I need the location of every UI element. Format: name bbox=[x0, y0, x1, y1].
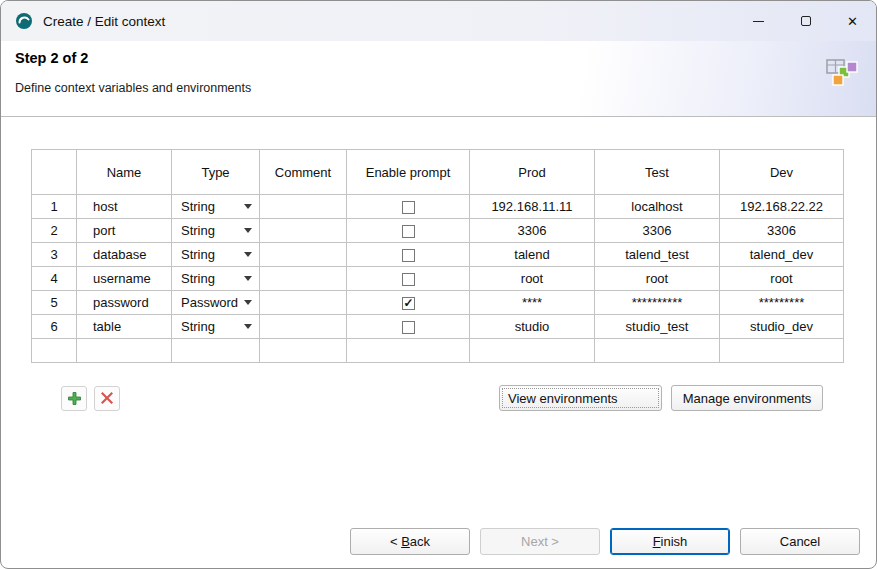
test-value-cell[interactable]: talend_test bbox=[595, 243, 720, 267]
next-button[interactable]: Next > bbox=[480, 528, 600, 555]
close-button[interactable]: ✕ bbox=[829, 1, 876, 41]
col-header-comment[interactable]: Comment bbox=[260, 150, 347, 195]
enable-prompt-cell[interactable] bbox=[347, 195, 470, 219]
dev-value-cell[interactable]: studio_dev bbox=[720, 315, 844, 339]
enable-prompt-checkbox[interactable] bbox=[402, 249, 415, 262]
prod-value-cell[interactable]: studio bbox=[470, 315, 595, 339]
dev-value-cell[interactable]: root bbox=[720, 267, 844, 291]
enable-prompt-cell[interactable] bbox=[347, 267, 470, 291]
variable-name-cell[interactable]: username bbox=[77, 267, 172, 291]
enable-prompt-checkbox[interactable] bbox=[402, 297, 415, 310]
type-dropdown[interactable]: String bbox=[172, 219, 259, 242]
row-number: 4 bbox=[50, 271, 57, 286]
col-header-type[interactable]: Type bbox=[172, 150, 260, 195]
test-value-cell[interactable]: root bbox=[595, 267, 720, 291]
comment-cell[interactable] bbox=[260, 315, 347, 339]
row-number-cell[interactable]: 1 bbox=[32, 195, 77, 219]
row-number-cell[interactable]: 4 bbox=[32, 267, 77, 291]
prod-value-cell[interactable]: talend bbox=[470, 243, 595, 267]
empty-cell[interactable] bbox=[470, 339, 595, 363]
type-cell[interactable]: String bbox=[172, 267, 260, 291]
type-cell[interactable]: String bbox=[172, 219, 260, 243]
prod-value-cell[interactable]: 192.168.11.11 bbox=[470, 195, 595, 219]
empty-cell[interactable] bbox=[32, 339, 77, 363]
variable-name-cell[interactable]: host bbox=[77, 195, 172, 219]
type-dropdown[interactable]: Password bbox=[172, 291, 259, 314]
add-variable-button[interactable] bbox=[61, 386, 87, 411]
dev-value-cell[interactable]: ********* bbox=[720, 291, 844, 315]
comment-cell[interactable] bbox=[260, 219, 347, 243]
col-header-name[interactable]: Name bbox=[77, 150, 172, 195]
col-header-rownum bbox=[32, 150, 77, 195]
type-cell[interactable]: Password bbox=[172, 291, 260, 315]
type-cell[interactable]: String bbox=[172, 315, 260, 339]
test-value-cell[interactable]: ********** bbox=[595, 291, 720, 315]
row-number: 3 bbox=[50, 247, 57, 262]
variable-name: password bbox=[93, 295, 149, 310]
prod-value-cell[interactable]: root bbox=[470, 267, 595, 291]
type-value: String bbox=[181, 247, 215, 262]
prod-value: 3306 bbox=[518, 223, 547, 238]
comment-cell[interactable] bbox=[260, 195, 347, 219]
enable-prompt-checkbox[interactable] bbox=[402, 225, 415, 238]
variable-name-cell[interactable]: table bbox=[77, 315, 172, 339]
test-value-cell[interactable]: localhost bbox=[595, 195, 720, 219]
enable-prompt-cell[interactable] bbox=[347, 219, 470, 243]
type-dropdown[interactable]: String bbox=[172, 267, 259, 290]
type-cell[interactable]: String bbox=[172, 243, 260, 267]
cancel-button[interactable]: Cancel bbox=[740, 528, 860, 555]
finish-button[interactable]: Finish bbox=[610, 528, 730, 555]
type-dropdown[interactable]: String bbox=[172, 315, 259, 338]
dev-value-cell[interactable]: 192.168.22.22 bbox=[720, 195, 844, 219]
empty-cell[interactable] bbox=[347, 339, 470, 363]
col-header-test[interactable]: Test bbox=[595, 150, 720, 195]
enable-prompt-cell[interactable] bbox=[347, 291, 470, 315]
dev-value-cell[interactable]: 3306 bbox=[720, 219, 844, 243]
type-value: String bbox=[181, 319, 215, 334]
prod-value-cell[interactable]: **** bbox=[470, 291, 595, 315]
variable-name-cell[interactable]: database bbox=[77, 243, 172, 267]
enable-prompt-cell[interactable] bbox=[347, 315, 470, 339]
manage-environments-button[interactable]: Manage environments bbox=[671, 385, 823, 411]
step-title: Step 2 of 2 bbox=[15, 50, 88, 66]
row-number-cell[interactable]: 6 bbox=[32, 315, 77, 339]
empty-cell[interactable] bbox=[720, 339, 844, 363]
type-dropdown[interactable]: String bbox=[172, 243, 259, 266]
col-header-enable-prompt[interactable]: Enable prompt bbox=[347, 150, 470, 195]
minimize-button[interactable] bbox=[735, 1, 782, 41]
empty-cell[interactable] bbox=[595, 339, 720, 363]
empty-cell[interactable] bbox=[172, 339, 260, 363]
test-value-cell[interactable]: studio_test bbox=[595, 315, 720, 339]
app-icon bbox=[15, 12, 33, 30]
enable-prompt-cell[interactable] bbox=[347, 243, 470, 267]
prod-value-cell[interactable]: 3306 bbox=[470, 219, 595, 243]
create-edit-context-dialog: Create / Edit context ✕ Step 2 of 2 Defi… bbox=[0, 0, 877, 569]
variable-name: port bbox=[93, 223, 115, 238]
empty-cell[interactable] bbox=[77, 339, 172, 363]
prod-value: studio bbox=[515, 319, 550, 334]
enable-prompt-checkbox[interactable] bbox=[402, 273, 415, 286]
type-cell[interactable]: String bbox=[172, 195, 260, 219]
enable-prompt-checkbox[interactable] bbox=[402, 321, 415, 334]
back-button[interactable]: < Back bbox=[350, 528, 470, 555]
dev-value-cell[interactable]: talend_dev bbox=[720, 243, 844, 267]
comment-cell[interactable] bbox=[260, 267, 347, 291]
delete-variable-button[interactable] bbox=[94, 386, 120, 411]
table-row: 1 host String 192.168.11.11 localhost 19… bbox=[32, 195, 844, 219]
enable-prompt-checkbox[interactable] bbox=[402, 201, 415, 214]
row-number-cell[interactable]: 2 bbox=[32, 219, 77, 243]
comment-cell[interactable] bbox=[260, 243, 347, 267]
col-header-dev[interactable]: Dev bbox=[720, 150, 844, 195]
comment-cell[interactable] bbox=[260, 291, 347, 315]
type-dropdown[interactable]: String bbox=[172, 195, 259, 218]
empty-cell[interactable] bbox=[260, 339, 347, 363]
maximize-button[interactable] bbox=[782, 1, 829, 41]
table-header-row: Name Type Comment Enable prompt Prod Tes… bbox=[32, 150, 844, 195]
variable-name-cell[interactable]: password bbox=[77, 291, 172, 315]
row-number-cell[interactable]: 3 bbox=[32, 243, 77, 267]
col-header-prod[interactable]: Prod bbox=[470, 150, 595, 195]
row-number-cell[interactable]: 5 bbox=[32, 291, 77, 315]
test-value-cell[interactable]: 3306 bbox=[595, 219, 720, 243]
variable-name-cell[interactable]: port bbox=[77, 219, 172, 243]
view-environments-button[interactable]: View environments bbox=[499, 385, 662, 411]
